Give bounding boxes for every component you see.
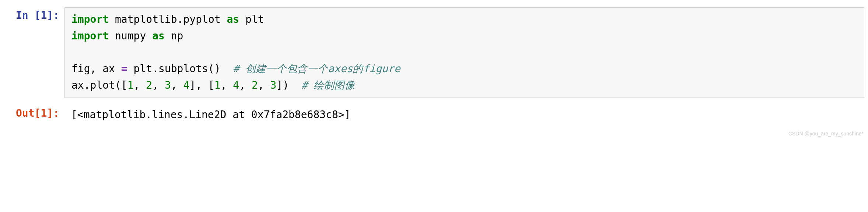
keyword-as: as <box>152 30 165 42</box>
code-text: numpy <box>109 30 152 42</box>
output-cell: Out[1]: [<matplotlib.lines.Line2D at 0x7… <box>4 105 864 125</box>
number: 2 <box>146 79 152 91</box>
code-text: plt <box>239 13 264 25</box>
code-text: , <box>239 79 252 91</box>
input-cell: In [1]: import matplotlib.pyplot as plt … <box>4 7 864 98</box>
output-prompt: Out[1]: <box>4 105 64 122</box>
code-text: , <box>134 79 146 91</box>
number: 4 <box>233 79 239 91</box>
code-text: , <box>171 79 183 91</box>
number: 1 <box>127 79 134 91</box>
output-text: [<matplotlib.lines.Line2D at 0x7fa2b8e68… <box>71 107 858 123</box>
code-content: import matplotlib.pyplot as plt import n… <box>71 11 857 94</box>
code-text: ax.plot([ <box>71 79 127 91</box>
code-text: ], [ <box>189 79 214 91</box>
code-text: , <box>221 79 233 91</box>
keyword-as: as <box>227 13 239 25</box>
code-text: , <box>152 79 165 91</box>
code-text: plt.subplots() <box>127 63 233 75</box>
code-text: fig, ax <box>71 63 121 75</box>
number: 2 <box>252 79 258 91</box>
number: 1 <box>214 79 221 91</box>
input-prompt: In [1]: <box>4 7 64 24</box>
code-text: ]) <box>276 79 301 91</box>
comment: # 绘制图像 <box>301 79 355 91</box>
code-text: matplotlib.pyplot <box>109 13 227 25</box>
keyword-import: import <box>71 13 109 25</box>
keyword-import: import <box>71 30 109 42</box>
output-text-area: [<matplotlib.lines.Line2D at 0x7fa2b8e68… <box>64 105 864 125</box>
code-input-area[interactable]: import matplotlib.pyplot as plt import n… <box>64 7 864 98</box>
code-text: , <box>258 79 270 91</box>
number: 3 <box>270 79 276 91</box>
code-text: np <box>165 30 183 42</box>
number: 4 <box>183 79 189 91</box>
watermark: CSDN @you_are_my_sunshine* <box>788 131 864 137</box>
number: 3 <box>165 79 171 91</box>
operator: = <box>121 63 127 75</box>
comment: # 创建一个包含一个axes的figure <box>233 63 400 75</box>
